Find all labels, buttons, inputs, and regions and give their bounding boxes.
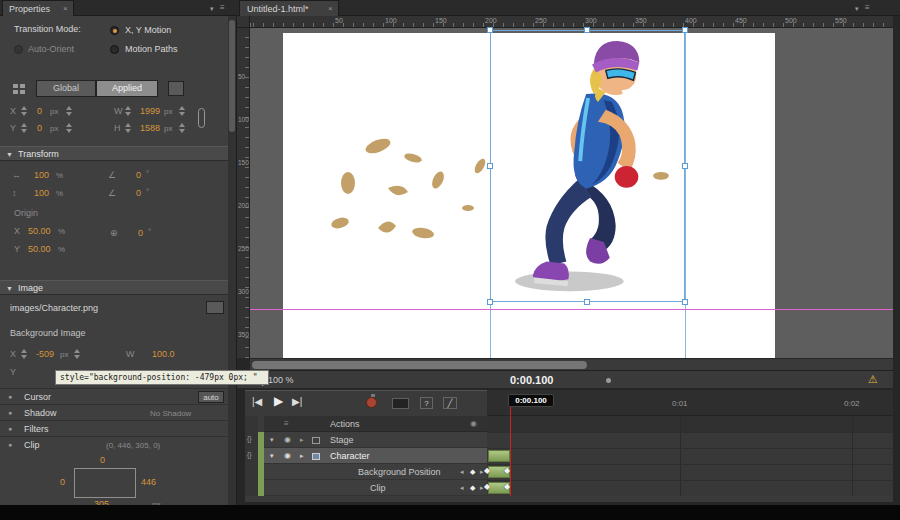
x-unit-stepper-icon[interactable] (66, 106, 72, 116)
tab-document[interactable]: Untitled-1.html* × (239, 0, 339, 16)
vertical-ruler[interactable]: 50 100 150 200 250 300 350 (237, 28, 250, 358)
image-src-value[interactable]: images/Character.png (10, 303, 98, 313)
selection-handle[interactable] (487, 299, 493, 305)
selection-handle[interactable] (584, 299, 590, 305)
selection-rect[interactable] (490, 30, 685, 302)
expand-icon[interactable]: ▸ (300, 436, 304, 444)
timeline-row-character[interactable]: ▾ ◉ ▸ Character (264, 448, 487, 464)
origin-target-icon[interactable]: ⊕ (110, 228, 118, 238)
timeline-track-area[interactable]: ◆ ◆ ◆ ◆ (487, 416, 893, 496)
bg-w-value[interactable]: 100.0 (152, 349, 175, 359)
easing-icon[interactable]: ╱ (443, 397, 457, 409)
scrollbar-thumb[interactable] (252, 361, 587, 369)
expand-icon[interactable]: ▸ (300, 452, 304, 460)
panel-menu-arrow-icon[interactable]: ▾ (210, 5, 214, 13)
go-to-start-button[interactable]: |◀ (252, 396, 262, 407)
eye-icon[interactable]: ◉ (284, 435, 291, 444)
scrollbar-thumb[interactable] (229, 20, 235, 132)
properties-scrollbar[interactable] (228, 16, 236, 505)
bg-x-stepper-icon[interactable] (21, 349, 27, 359)
selection-handle[interactable] (487, 163, 493, 169)
h-unit-stepper-icon[interactable] (179, 123, 185, 133)
auto-transition-icon[interactable] (392, 398, 409, 409)
scale-y-value[interactable]: 100 (34, 188, 49, 198)
link-dimensions-icon[interactable] (198, 108, 205, 128)
stage-timecode[interactable]: 0:00.100 (510, 374, 553, 386)
horizontal-ruler[interactable]: 50 100 150 200 250 300 350 400 450 500 5… (250, 16, 893, 28)
actions-menu-icon[interactable]: ◉ (470, 419, 477, 428)
x-value[interactable]: 0 (37, 106, 42, 116)
selection-handle[interactable] (682, 163, 688, 169)
filters-section-row[interactable]: ● Filters (0, 420, 229, 436)
eye-icon[interactable]: ◉ (284, 451, 291, 460)
cursor-section-row[interactable]: ● Cursor auto (0, 388, 229, 404)
help-icon[interactable]: ? (420, 397, 433, 409)
close-icon[interactable]: × (63, 4, 68, 13)
warning-icon[interactable]: ⚠ (868, 373, 878, 386)
chevron-down-icon[interactable]: ▾ (270, 436, 274, 444)
tab-properties[interactable]: Properties × (2, 0, 74, 16)
selection-handle[interactable] (584, 27, 590, 33)
bg-x-unit-stepper-icon[interactable] (74, 349, 80, 359)
close-icon[interactable]: × (328, 4, 333, 13)
origin-y-value[interactable]: 50.00 (28, 244, 51, 254)
keyframe-icon[interactable]: ◆ (484, 482, 490, 491)
keyframe-icon[interactable]: ◆ (484, 466, 490, 475)
applied-button[interactable]: Applied (96, 80, 158, 97)
w-stepper-icon[interactable] (125, 106, 131, 116)
skew-x-value[interactable]: 0 (136, 170, 141, 180)
clip-diagram[interactable] (74, 468, 136, 498)
origin-x-value[interactable]: 50.00 (28, 226, 51, 236)
selection-handle[interactable] (682, 27, 688, 33)
open-actions-icon[interactable]: {} (247, 451, 252, 458)
y-value[interactable]: 0 (37, 123, 42, 133)
y-unit-stepper-icon[interactable] (66, 123, 72, 133)
playhead-time-badge[interactable]: 0:00.100 (508, 394, 554, 407)
panel-menu-icon[interactable]: ≡ (220, 3, 225, 12)
transform-section-header[interactable]: ▼ Transform (0, 146, 229, 161)
shadow-section-row[interactable]: ● Shadow No Shadow (0, 404, 229, 420)
go-to-end-button[interactable]: ▶| (292, 396, 302, 407)
w-value[interactable]: 1999 (140, 106, 160, 116)
timeline-row-stage[interactable]: ▾ ◉ ▸ Stage (264, 432, 487, 448)
y-stepper-icon[interactable] (21, 123, 27, 133)
timeline-row-clip[interactable]: Clip ◂ ◆ ▸ (264, 480, 487, 496)
scale-x-value[interactable]: 100 (34, 170, 49, 180)
play-button[interactable]: ▶ (274, 394, 283, 408)
overflow-button[interactable] (168, 81, 184, 96)
timeline-zoom-handle[interactable] (606, 378, 611, 383)
actions-row[interactable]: ≡ Actions ◉ (264, 416, 487, 432)
horizontal-guide[interactable] (250, 309, 893, 310)
panel-menu-icon[interactable]: ≡ (865, 3, 870, 12)
selection-handle[interactable] (682, 299, 688, 305)
global-button[interactable]: Global (36, 80, 96, 97)
prev-keyframe-icon[interactable]: ◂ (460, 484, 464, 492)
h-value[interactable]: 1588 (140, 123, 160, 133)
bg-x-value[interactable]: -509 (36, 349, 54, 359)
rotate-value[interactable]: 0 (138, 228, 143, 238)
clip-top-value[interactable]: 0 (100, 455, 105, 465)
auto-keyframe-icon[interactable] (366, 397, 377, 408)
next-keyframe-icon[interactable]: ▸ (480, 468, 484, 476)
x-stepper-icon[interactable] (21, 106, 27, 116)
transition-span[interactable] (488, 450, 510, 462)
cursor-auto-chip[interactable]: auto (198, 391, 224, 403)
panel-menu-arrow-icon[interactable]: ▾ (855, 5, 859, 13)
clip-section-row[interactable]: ● Clip (0, 446, 305, 0) (0, 436, 229, 452)
skew-y-value[interactable]: 0 (136, 188, 141, 198)
image-section-header[interactable]: ▼ Image (0, 280, 229, 295)
open-actions-icon[interactable]: {} (247, 435, 252, 442)
xy-motion-radio[interactable] (110, 26, 119, 35)
prev-keyframe-icon[interactable]: ◂ (460, 468, 464, 476)
clip-left-value[interactable]: 0 (60, 477, 65, 487)
h-stepper-icon[interactable] (125, 123, 131, 133)
stage-hscrollbar[interactable] (250, 358, 893, 370)
add-keyframe-icon[interactable]: ◆ (470, 484, 475, 492)
clip-right-value[interactable]: 446 (141, 477, 156, 487)
timeline-row-background-position[interactable]: Background Position ◂ ◆ ▸ (264, 464, 487, 480)
auto-orient-radio[interactable] (14, 45, 23, 54)
motion-paths-radio[interactable] (110, 45, 119, 54)
browse-image-button[interactable] (206, 301, 224, 314)
next-keyframe-icon[interactable]: ▸ (480, 484, 484, 492)
add-keyframe-icon[interactable]: ◆ (470, 468, 475, 476)
